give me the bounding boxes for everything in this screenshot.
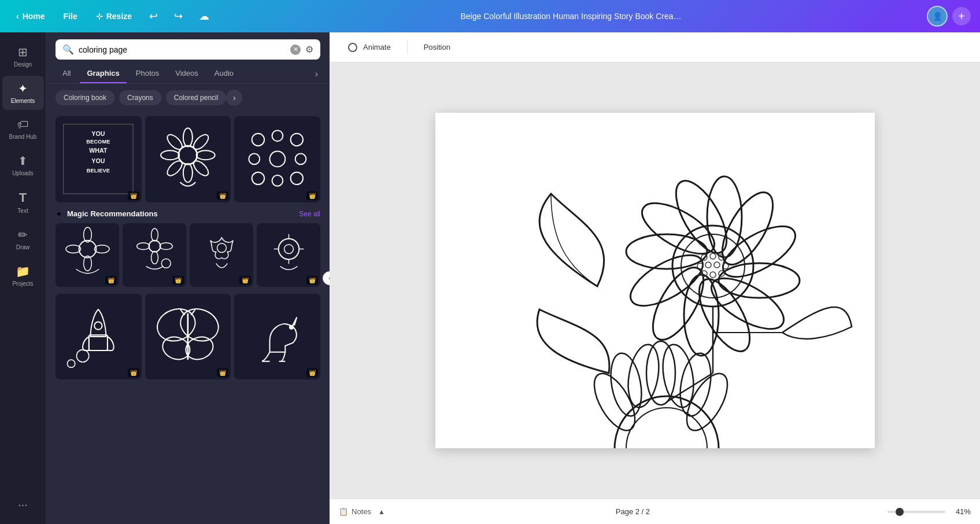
toolbar-divider <box>407 40 408 54</box>
magic-recommendations-grid: 👑 👑 <box>56 223 320 287</box>
brand-hub-icon: 🏷 <box>17 118 29 131</box>
more-item-3[interactable]: 👑 <box>234 294 320 380</box>
resize-button[interactable]: ⊹ Resize <box>89 8 139 24</box>
chip-coloring-book[interactable]: Coloring book <box>56 90 114 105</box>
svg-rect-40 <box>193 226 250 283</box>
crown-badge-2: 👑 <box>217 191 228 200</box>
search-icon: 🔍 <box>62 44 74 55</box>
result-item-2[interactable]: 👑 <box>145 116 231 202</box>
add-collaborator-button[interactable]: + <box>952 7 971 25</box>
svg-text:YOU: YOU <box>92 157 105 164</box>
magic-sparkle-icon: ✦ <box>56 209 62 219</box>
sidebar-item-text[interactable]: T Text <box>2 184 44 220</box>
sidebar-item-label-projects: Projects <box>12 281 33 287</box>
topbar-right: 👤 + <box>927 6 971 27</box>
zoom-label: 41% <box>950 507 971 516</box>
canvas-page <box>435 113 875 448</box>
redo-button[interactable]: ↪ <box>168 6 188 26</box>
canvas-content <box>435 113 875 448</box>
tab-graphics[interactable]: Graphics <box>80 64 126 83</box>
chip-colored-pencil[interactable]: Colored pencil <box>166 90 227 105</box>
cloud-save-button[interactable]: ☁ <box>193 6 215 26</box>
result-item-1[interactable]: YOU BECOME WHAT YOU BELIEVE 👑 <box>56 116 142 202</box>
home-button[interactable]: ‹ Home <box>9 8 52 24</box>
magic-item-3[interactable]: 👑 <box>190 223 253 287</box>
search-box: 🔍 ✕ ⚙ <box>56 39 320 60</box>
document-title: Beige Colorful Illustration Human Inspir… <box>220 12 922 21</box>
crown-badge-3: 👑 <box>306 191 318 200</box>
tab-photos[interactable]: Photos <box>129 64 166 83</box>
svg-text:BELIEVE: BELIEVE <box>87 168 110 174</box>
draw-icon: ✏ <box>18 228 28 242</box>
sidebar-item-label-brand-hub: Brand Hub <box>9 134 37 140</box>
avatar[interactable]: 👤 <box>927 6 948 27</box>
magic-recommendations-header: ✦ Magic Recommendations See all <box>56 209 320 219</box>
file-button[interactable]: File <box>57 8 84 24</box>
sidebar-item-uploads[interactable]: ⬆ Uploads <box>2 148 44 182</box>
design-icon: ⊞ <box>18 45 28 59</box>
crown-badge-more2: 👑 <box>217 368 228 377</box>
sidebar-item-label-draw: Draw <box>16 244 29 250</box>
tabs-more-arrow[interactable]: › <box>313 67 320 82</box>
magic-item-1[interactable]: 👑 <box>56 223 119 287</box>
filter-button[interactable]: ⚙ <box>305 44 313 55</box>
sidebar-item-elements[interactable]: ✦ Elements <box>2 76 44 110</box>
animate-button[interactable]: Animate <box>341 39 398 56</box>
home-label: Home <box>23 12 45 21</box>
svg-text:WHAT: WHAT <box>90 147 108 154</box>
see-all-button[interactable]: See all <box>299 210 320 218</box>
position-label: Position <box>424 43 450 51</box>
search-input[interactable] <box>79 45 286 54</box>
cloud-icon: ☁ <box>199 10 209 23</box>
resize-label: Resize <box>106 12 132 21</box>
sidebar-item-brand-hub[interactable]: 🏷 Brand Hub <box>2 112 44 146</box>
chip-crayons[interactable]: Crayons <box>119 90 161 105</box>
sidebar-item-draw[interactable]: ✏ Draw <box>2 222 44 256</box>
zoom-controls: 41% <box>887 507 971 516</box>
projects-icon: 📁 <box>16 264 30 278</box>
canvas-toolbar: Animate Position <box>330 32 980 62</box>
back-icon: ‹ <box>16 12 19 21</box>
collapse-pages-button[interactable]: ▲ <box>378 508 385 516</box>
crown-badge-m4: 👑 <box>306 276 318 285</box>
text-icon: T <box>19 190 27 205</box>
crown-badge-more3: 👑 <box>306 368 318 377</box>
bottom-bar: 📋 Notes ▲ Page 2 / 2 41% <box>330 499 980 524</box>
position-button[interactable]: Position <box>417 39 457 55</box>
icon-sidebar: ⊞ Design ✦ Elements 🏷 Brand Hub ⬆ Upload… <box>0 32 46 524</box>
file-label: File <box>64 12 77 21</box>
crown-badge-m3: 👑 <box>239 276 251 285</box>
magic-recommendations-title: Magic Recommendations <box>67 209 158 218</box>
tab-all[interactable]: All <box>56 64 77 83</box>
notes-button[interactable]: 📋 Notes <box>339 507 371 516</box>
redo-icon: ↪ <box>174 10 183 23</box>
notes-icon: 📋 <box>339 507 348 516</box>
more-sidebar-button[interactable]: ··· <box>12 492 34 517</box>
sidebar-item-label-elements: Elements <box>11 98 35 104</box>
zoom-slider[interactable] <box>887 511 945 513</box>
undo-icon: ↩ <box>149 10 158 23</box>
magic-item-4[interactable]: 👑 <box>257 223 320 287</box>
uploads-icon: ⬆ <box>18 154 28 168</box>
elements-icon: ✦ <box>18 82 28 95</box>
result-item-3[interactable]: 👑 <box>234 116 320 202</box>
svg-text:BECOME: BECOME <box>87 139 110 145</box>
svg-text:YOU: YOU <box>92 130 105 137</box>
magic-item-2[interactable]: 👑 <box>123 223 186 287</box>
chips-next-arrow[interactable]: › <box>226 90 242 106</box>
page-info: Page 2 / 2 <box>385 507 881 516</box>
tab-videos[interactable]: Videos <box>168 64 205 83</box>
sidebar-item-label-uploads: Uploads <box>12 170 34 176</box>
more-item-1[interactable]: 👑 <box>56 294 142 380</box>
undo-button[interactable]: ↩ <box>143 6 164 26</box>
chips-row: Coloring book Crayons Colored pencil › <box>46 84 330 112</box>
sidebar-item-projects[interactable]: 📁 Projects <box>2 259 44 293</box>
sidebar-item-design[interactable]: ⊞ Design <box>2 39 44 73</box>
more-item-2[interactable]: 👑 <box>145 294 231 380</box>
results-area: YOU BECOME WHAT YOU BELIEVE 👑 <box>46 112 330 524</box>
more-results-grid: 👑 👑 <box>56 294 320 380</box>
animate-label: Animate <box>363 43 391 51</box>
animate-icon <box>348 43 357 52</box>
tab-audio[interactable]: Audio <box>208 64 241 83</box>
clear-search-button[interactable]: ✕ <box>290 45 301 55</box>
